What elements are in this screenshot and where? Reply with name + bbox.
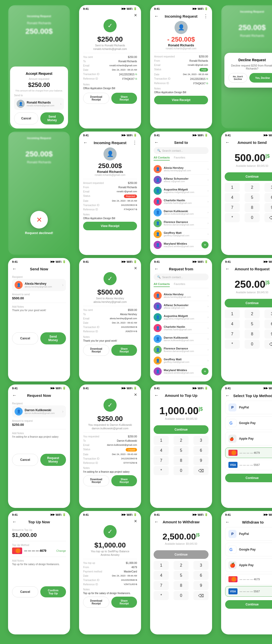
continue-button[interactable]: Continue [225, 299, 272, 307]
key-1[interactable]: 1 [154, 561, 169, 570]
card-4679[interactable]: — — — — 4679 [225, 574, 272, 585]
back-icon[interactable]: ← [12, 266, 17, 272]
key-star[interactable]: * [225, 340, 240, 349]
confirm-topup-button[interactable]: Confirm Top Up [40, 586, 66, 597]
back-icon[interactable]: ← [225, 393, 230, 398]
contact-item[interactable]: 👤 Alfaraz Schuessler alfaraz.s@gmail.com… [154, 175, 209, 185]
key-backspace[interactable]: ⌫ [264, 340, 272, 349]
key-6[interactable]: 6 [193, 571, 209, 580]
applepay-option[interactable]: 🍎 Apple Pay [225, 432, 272, 445]
back-icon[interactable]: ← [154, 266, 159, 272]
key-0[interactable]: 0 [245, 213, 260, 222]
back-icon[interactable]: ← [12, 519, 17, 525]
contact-item[interactable]: 👤 Augustina Midgettaugustina.midgett@gma… [154, 312, 209, 323]
back-icon[interactable]: ← [154, 14, 159, 19]
close-icon[interactable]: × [134, 518, 137, 524]
share-receipt-button[interactable]: Share Receipt [111, 93, 137, 104]
key-9[interactable]: 9 [193, 456, 209, 465]
close-icon[interactable]: × [134, 12, 137, 18]
contact-item[interactable]: 👤 Maryland Winkles maryland.winkles@gmai… [154, 240, 209, 250]
download-receipt-button[interactable]: Download Receipt [83, 597, 109, 608]
contact-item[interactable]: 👤 Florence Darrance florence.darrance@gm… [154, 218, 209, 229]
key-4[interactable]: 4 [154, 446, 169, 455]
share-receipt-button[interactable]: Share Receipt [111, 597, 137, 608]
tab-favorites[interactable]: Favorites [174, 282, 185, 287]
applepay-option[interactable]: 🍎 Apple Pay [225, 558, 272, 572]
cancel-button[interactable]: Cancel [14, 112, 38, 124]
key-backspace[interactable]: ⌫ [193, 466, 209, 475]
share-receipt-button[interactable]: Share Receipt [111, 345, 137, 356]
key-5[interactable]: 5 [174, 446, 189, 455]
continue-button[interactable]: Continue [225, 600, 272, 609]
key-backspace[interactable]: ⌫ [264, 213, 272, 222]
key-star[interactable]: * [154, 591, 169, 600]
key-8[interactable]: 8 [245, 203, 260, 212]
contact-item[interactable]: 👤 Geoffrey Matt geoffrey.matt@gmail.com … [154, 229, 209, 240]
key-2[interactable]: 2 [174, 436, 189, 445]
tab-favorites[interactable]: Favorites [174, 156, 185, 160]
key-0[interactable]: 0 [245, 340, 260, 349]
contact-item[interactable]: 👤 Darron Kulikowskidarron.kulikowski@gma… [154, 334, 209, 344]
send-money-button[interactable]: Send Money [40, 112, 64, 124]
back-icon[interactable]: ← [83, 140, 88, 145]
key-1[interactable]: 1 [154, 436, 169, 445]
key-7[interactable]: 7 [154, 581, 169, 590]
key-0[interactable]: 0 [174, 466, 189, 475]
key-3[interactable]: 3 [193, 561, 209, 570]
paypal-option[interactable]: P PayPal [225, 527, 272, 541]
key-7[interactable]: 7 [225, 203, 240, 212]
key-2[interactable]: 2 [174, 561, 189, 570]
key-6[interactable]: 6 [193, 446, 209, 455]
download-receipt-button[interactable]: Download Receipt [83, 93, 109, 104]
key-7[interactable]: 7 [225, 330, 240, 339]
send-money-button[interactable]: Send Money [40, 332, 66, 344]
cancel-button[interactable]: Cancel [12, 586, 38, 597]
cancel-button[interactable]: Cancel [12, 454, 38, 466]
key-5[interactable]: 5 [174, 571, 189, 580]
contact-item[interactable]: 👤 Charlotte Hanlincharlotte.hanlin@gmail… [154, 323, 209, 334]
key-4[interactable]: 4 [154, 571, 169, 580]
googlepay-option[interactable]: G Google Pay [225, 416, 272, 430]
back-icon[interactable]: ← [12, 393, 17, 398]
contact-item[interactable]: 👤 Charlotte Hanlin charlotte.hanlin@gmai… [154, 196, 209, 207]
search-bar[interactable]: 🔍 Search contact... [154, 274, 209, 280]
more-icon[interactable]: ⋮ [203, 13, 208, 19]
key-1[interactable]: 1 [225, 309, 240, 318]
back-icon[interactable]: ← [154, 393, 159, 398]
continue-button[interactable]: Continue [225, 474, 272, 482]
tab-all-contacts[interactable]: All Contacts [154, 282, 170, 287]
cancel-button[interactable]: Cancel [12, 332, 38, 344]
key-9[interactable]: 9 [264, 330, 272, 339]
view-receipt-button[interactable]: View Receipt [154, 96, 208, 104]
key-8[interactable]: 8 [174, 456, 189, 465]
contact-item[interactable]: 👤 Florence Darranceflorence.darrance@gma… [154, 344, 209, 355]
add-contact-button[interactable]: + [201, 241, 209, 248]
key-5[interactable]: 5 [245, 319, 260, 329]
card-5567[interactable]: VISA — — — — 5567 ✓ [225, 586, 272, 597]
contact-item[interactable]: 👤 Geoffrey Mattgeoffrey.matt@gmail.com › [154, 355, 209, 366]
key-4[interactable]: 4 [225, 319, 240, 329]
googlepay-option[interactable]: G Google Pay [225, 543, 272, 556]
more-icon[interactable]: ⋮ [132, 140, 137, 145]
key-star[interactable]: * [154, 466, 169, 475]
contact-item[interactable]: 👤 Maryland Winklesmaryland.winkles@gmail… [154, 366, 209, 377]
key-9[interactable]: 9 [193, 581, 209, 590]
key-8[interactable]: 8 [245, 330, 260, 339]
back-icon[interactable]: ← [225, 520, 230, 525]
key-4[interactable]: 4 [225, 193, 240, 202]
contact-item[interactable]: 👤 Augustina Midgett augustina.midgett@gm… [154, 185, 209, 196]
card-4679[interactable]: — — — — 4679 ✓ [225, 447, 272, 458]
share-receipt-button[interactable]: Share Receipt [111, 475, 137, 486]
key-3[interactable]: 3 [264, 309, 272, 318]
key-6[interactable]: 6 [264, 319, 272, 329]
contact-item[interactable]: 👤 Alexia Hershey alexia.hershey@gmail.co… [154, 164, 209, 175]
close-icon[interactable]: × [134, 265, 137, 271]
key-3[interactable]: 3 [264, 183, 272, 192]
key-2[interactable]: 2 [245, 309, 260, 318]
key-2[interactable]: 2 [245, 183, 260, 192]
download-receipt-button[interactable]: Download Receipt [83, 345, 109, 356]
request-money-button[interactable]: Request Money [40, 454, 66, 466]
paypal-option[interactable]: P PayPal [225, 401, 272, 414]
contact-item[interactable]: 👤 Darron Kulikowski darron.kulikowski@gm… [154, 207, 209, 218]
key-9[interactable]: 9 [264, 203, 272, 212]
